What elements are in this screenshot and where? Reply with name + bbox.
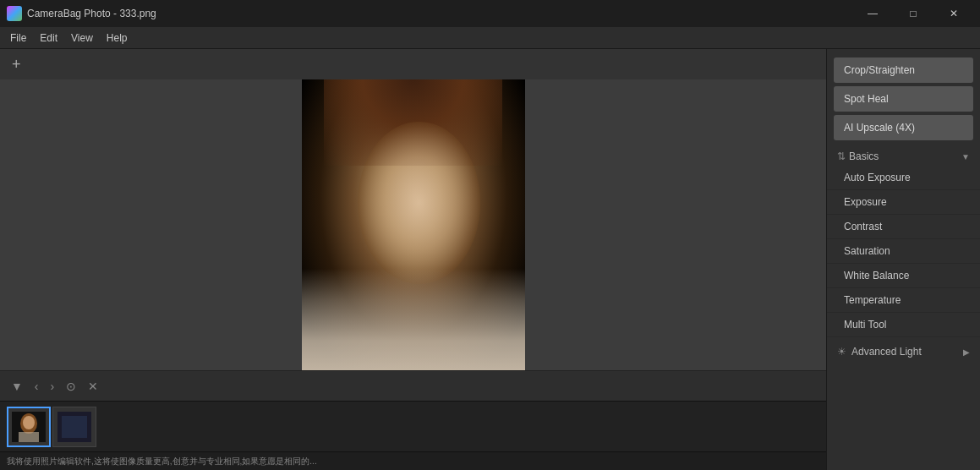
right-panel-scroll[interactable]: Crop/Straighten Spot Heal AI Upscale (4X… bbox=[827, 49, 980, 470]
close-button[interactable]: ✕ bbox=[934, 0, 973, 27]
dropdown-icon[interactable]: ▼ bbox=[7, 377, 27, 396]
right-panel: Crop/Straighten Spot Heal AI Upscale (4X… bbox=[826, 49, 980, 470]
advanced-light-section-header[interactable]: ☀ Advanced Light ▶ bbox=[827, 337, 980, 366]
next-icon[interactable]: › bbox=[47, 377, 59, 396]
menu-help[interactable]: Help bbox=[100, 30, 134, 46]
title-bar: CameraBag Photo - 333.png — □ ✕ bbox=[0, 0, 980, 27]
ai-upscale-button[interactable]: AI Upscale (4X) bbox=[834, 115, 973, 140]
title-bar-left: CameraBag Photo - 333.png bbox=[7, 6, 156, 21]
advanced-light-label: Advanced Light bbox=[851, 346, 958, 358]
filmstrip-thumb-1[interactable] bbox=[7, 407, 51, 447]
app-icon bbox=[7, 6, 22, 21]
maximize-button[interactable]: □ bbox=[894, 0, 933, 27]
main-area: + ▼ ‹ › ⊙ ✕ bbox=[0, 49, 980, 470]
minimize-button[interactable]: — bbox=[853, 0, 892, 27]
crop-straighten-button[interactable]: Crop/Straighten bbox=[834, 57, 973, 83]
svg-point-2 bbox=[23, 416, 35, 429]
multi-tool-item[interactable]: Multi Tool bbox=[827, 313, 980, 337]
white-balance-item[interactable]: White Balance bbox=[827, 264, 980, 288]
advanced-light-arrow-icon: ▶ bbox=[963, 347, 970, 357]
title-bar-right: — □ ✕ bbox=[853, 0, 973, 27]
canvas-area: + ▼ ‹ › ⊙ ✕ bbox=[0, 49, 826, 470]
prev-icon[interactable]: ‹ bbox=[30, 377, 43, 396]
saturation-item[interactable]: Saturation bbox=[827, 239, 980, 264]
filmstrip bbox=[0, 401, 826, 451]
menu-file[interactable]: File bbox=[3, 30, 33, 46]
reset-icon[interactable]: ⊙ bbox=[62, 377, 80, 396]
add-button[interactable]: + bbox=[7, 52, 26, 77]
basics-items-list: Auto Exposure Exposure Contrast Saturati… bbox=[827, 166, 980, 337]
menu-view[interactable]: View bbox=[64, 30, 100, 46]
temperature-item[interactable]: Temperature bbox=[827, 288, 980, 313]
basics-section-header[interactable]: ⇅ Basics ▼ bbox=[827, 144, 980, 166]
basics-icon: ⇅ bbox=[837, 150, 846, 162]
contrast-item[interactable]: Contrast bbox=[827, 215, 980, 239]
image-canvas bbox=[0, 79, 826, 370]
info-text: 我将使用照片编辑软件,这将使图像质量更高,创意并与专业相同,如果意愿是相同的..… bbox=[7, 456, 317, 467]
shirt-element bbox=[302, 269, 525, 370]
spot-heal-button[interactable]: Spot Heal bbox=[834, 86, 973, 112]
title-text: CameraBag Photo - 333.png bbox=[27, 8, 156, 19]
advanced-light-icon: ☀ bbox=[837, 346, 846, 358]
svg-rect-3 bbox=[19, 432, 39, 442]
menu-edit[interactable]: Edit bbox=[33, 30, 64, 46]
info-bar: 我将使用照片编辑软件,这将使图像质量更高,创意并与专业相同,如果意愿是相同的..… bbox=[0, 451, 826, 470]
svg-rect-5 bbox=[62, 416, 87, 438]
face-highlight bbox=[358, 122, 480, 283]
image-display bbox=[302, 79, 525, 370]
basics-arrow-icon: ▼ bbox=[961, 152, 970, 161]
bottom-bar: ▼ ‹ › ⊙ ✕ bbox=[0, 370, 826, 401]
close-icon[interactable]: ✕ bbox=[84, 377, 102, 396]
panel-buttons-group: Crop/Straighten Spot Heal AI Upscale (4X… bbox=[827, 49, 980, 140]
auto-exposure-item[interactable]: Auto Exposure bbox=[827, 166, 980, 190]
toolbar-top: + bbox=[0, 49, 826, 79]
exposure-item[interactable]: Exposure bbox=[827, 190, 980, 215]
basics-label: Basics bbox=[849, 150, 958, 162]
filmstrip-thumb-2[interactable] bbox=[52, 407, 96, 447]
menu-bar: File Edit View Help bbox=[0, 27, 980, 49]
portrait-photo bbox=[302, 79, 525, 370]
